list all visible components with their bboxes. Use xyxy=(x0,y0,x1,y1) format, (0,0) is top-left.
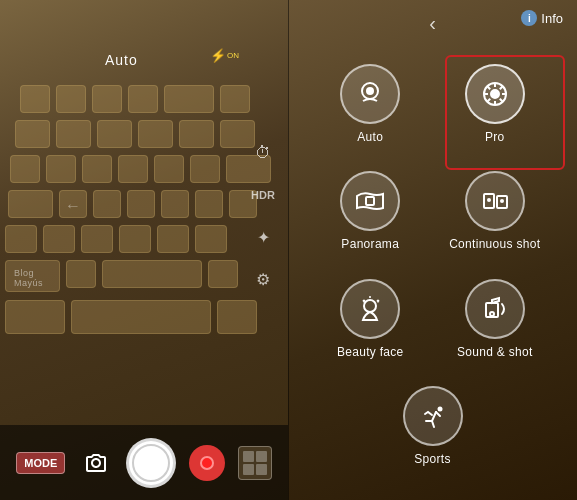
mode-circle-pro xyxy=(465,64,525,124)
mode-label-sports: Sports xyxy=(414,452,450,466)
mode-circle-auto xyxy=(340,64,400,124)
video-dot xyxy=(200,456,214,470)
mode-circle-continuous xyxy=(465,171,525,231)
mode-circle-panorama xyxy=(340,171,400,231)
svg-point-8 xyxy=(500,199,504,203)
shutter-button[interactable] xyxy=(126,438,176,488)
timer-icon[interactable]: ⏱ xyxy=(250,140,276,166)
gallery-cell xyxy=(256,464,267,475)
mode-circle-sound xyxy=(465,279,525,339)
mode-item-continuous[interactable]: Continuous shot xyxy=(433,158,558,266)
settings-icon[interactable]: ⚙ xyxy=(250,266,276,292)
camera-side-controls: ⏱ HDR ✦ ⚙ xyxy=(250,140,276,292)
camera-left-panel: BlogMayús ← Auto ⚡ ON ⏱ HDR ✦ ⚙ MODE xyxy=(0,0,288,500)
svg-rect-10 xyxy=(486,303,498,317)
effects-icon[interactable]: ✦ xyxy=(250,224,276,250)
info-circle-icon: i xyxy=(521,10,537,26)
mode-circle-sports xyxy=(403,386,463,446)
svg-point-12 xyxy=(437,407,442,412)
mode-item-auto[interactable]: Auto xyxy=(308,50,433,158)
mode-label-continuous: Continuous shot xyxy=(449,237,540,251)
camera-mode-panel: ‹ i Info Auto xyxy=(288,0,577,500)
back-arrow-icon[interactable]: ‹ xyxy=(429,12,436,35)
mode-item-panorama[interactable]: Panorama xyxy=(308,158,433,266)
panel-divider xyxy=(288,0,289,500)
flip-camera-icon[interactable] xyxy=(78,445,114,481)
mode-button[interactable]: MODE xyxy=(16,452,65,474)
hdr-icon[interactable]: HDR xyxy=(250,182,276,208)
gallery-cell xyxy=(256,451,267,462)
mode-circle-beauty xyxy=(340,279,400,339)
gallery-cell xyxy=(243,451,254,462)
auto-label: Auto xyxy=(105,52,138,68)
svg-rect-4 xyxy=(366,197,374,205)
info-label: Info xyxy=(541,11,563,26)
mode-item-pro[interactable]: Pro xyxy=(433,50,558,158)
mode-label-pro: Pro xyxy=(485,130,505,144)
svg-point-3 xyxy=(491,90,499,98)
mode-item-sports[interactable]: Sports xyxy=(308,373,557,481)
gallery-button[interactable] xyxy=(238,446,272,480)
flash-indicator[interactable]: ⚡ ON xyxy=(210,48,239,63)
mode-label-auto: Auto xyxy=(357,130,383,144)
svg-point-7 xyxy=(487,198,491,202)
gallery-cell xyxy=(243,464,254,475)
svg-point-1 xyxy=(366,87,374,95)
mode-label-sound: Sound & shot xyxy=(457,345,533,359)
mode-item-beauty[interactable]: Beauty face xyxy=(308,265,433,373)
shutter-inner xyxy=(132,444,170,482)
svg-point-9 xyxy=(364,300,376,312)
info-button[interactable]: i Info xyxy=(521,10,563,26)
mode-label-beauty: Beauty face xyxy=(337,345,404,359)
flash-on-label: ON xyxy=(227,51,239,60)
mode-item-sound[interactable]: Sound & shot xyxy=(433,265,558,373)
flash-icon: ⚡ xyxy=(210,48,226,63)
bottom-bar: MODE xyxy=(0,425,288,500)
mode-label-panorama: Panorama xyxy=(341,237,399,251)
camera-mode-grid: Auto Pro xyxy=(308,50,557,480)
video-record-button[interactable] xyxy=(189,445,225,481)
svg-point-11 xyxy=(490,312,494,316)
